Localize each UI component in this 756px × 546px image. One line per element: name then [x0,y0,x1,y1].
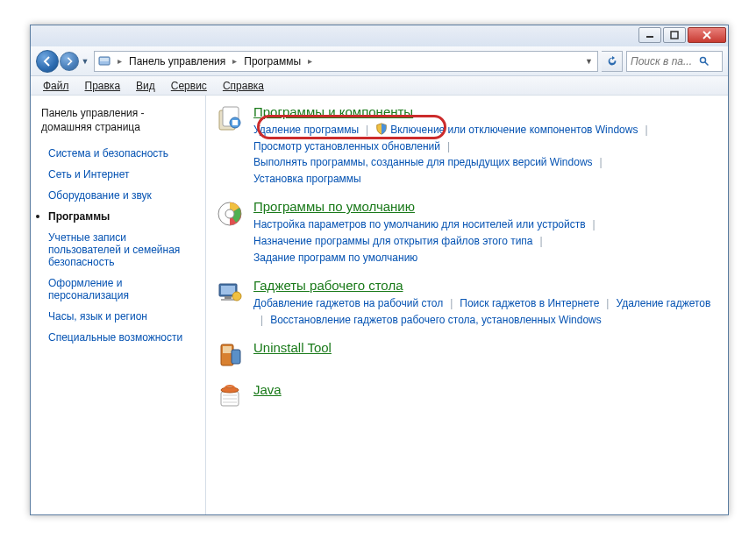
svg-rect-15 [221,286,235,294]
sidebar-link[interactable]: Система и безопасность [48,147,168,160]
back-button[interactable] [36,50,59,73]
address-bar[interactable]: ▸ Панель управления ▸ Программы ▸ ▼ [94,51,598,72]
category-icon [215,278,245,308]
menu-file[interactable]: Файл [36,78,76,94]
chevron-right-icon: ▸ [116,56,124,66]
menubar: Файл Правка Вид Сервис Справка [31,76,728,96]
task-link[interactable]: Настройка параметров по умолчанию для но… [253,216,586,233]
sidebar: Панель управления - домашняя страница Си… [31,96,206,514]
category-icon [215,104,245,134]
svg-point-23 [221,387,239,393]
divider: | [593,154,610,171]
category: Программы и компонентыУдаление программы… [215,104,714,187]
divider: | [359,122,375,138]
category: Java [215,382,714,412]
svg-point-6 [701,57,706,62]
address-dropdown[interactable]: ▼ [582,57,596,66]
sidebar-item[interactable]: Оформление и персонализация [41,273,195,306]
sidebar-item[interactable]: Программы [41,206,195,227]
nav-history-dropdown[interactable]: ▼ [80,57,90,66]
task-link[interactable]: Задание программ по умолчанию [253,250,417,266]
breadcrumb-current[interactable]: Программы [242,53,303,69]
svg-rect-21 [232,350,240,364]
category-links: Удаление программы|Включение или отключе… [253,122,714,187]
category-title[interactable]: Гаджеты рабочего стола [253,278,403,293]
sidebar-link[interactable]: Оформление и персонализация [48,277,129,301]
divider: | [253,312,270,329]
breadcrumb-root[interactable]: Панель управления [127,53,227,69]
task-link[interactable]: Добавление гаджетов на рабочий стол [253,295,443,312]
divider: | [586,216,603,233]
task-link[interactable]: Удаление гаджетов [616,295,710,312]
sidebar-link[interactable]: Учетные записи пользователей и семейная … [48,231,180,268]
menu-edit[interactable]: Правка [78,78,128,94]
category-links: Настройка параметров по умолчанию для но… [253,216,714,266]
category: Uninstall Tool [215,340,714,370]
search-input[interactable] [631,55,695,67]
category-links: Добавление гаджетов на рабочий стол|Поис… [253,295,714,328]
content: Программы и компонентыУдаление программы… [206,96,728,514]
task-link[interactable]: Установка программы [253,171,361,188]
category-icon [215,382,245,412]
search-icon [699,56,710,67]
sidebar-item[interactable]: Учетные записи пользователей и семейная … [41,227,195,273]
task-link[interactable]: Поиск гаджетов в Интернете [460,295,599,312]
sidebar-item[interactable]: Специальные возможности [41,327,195,348]
sidebar-item[interactable]: Сеть и Интернет [41,164,195,185]
svg-rect-16 [225,296,232,299]
navbar: ▼ ▸ Панель управления ▸ Программы ▸ ▼ [31,46,728,76]
divider: | [599,295,616,312]
sidebar-link[interactable]: Специальные возможности [48,331,182,344]
sidebar-link[interactable]: Часы, язык и регион [48,310,147,323]
task-link[interactable]: Назначение программы для открытия файлов… [253,233,533,250]
control-panel-icon [96,54,112,68]
sidebar-home[interactable]: Панель управления - домашняя страница [41,106,195,134]
divider: | [440,138,457,155]
sidebar-list: Система и безопасностьСеть и ИнтернетОбо… [41,143,195,348]
sidebar-item[interactable]: Часы, язык и регион [41,306,195,327]
category-icon [215,199,245,229]
divider: | [638,122,654,138]
close-button[interactable] [688,27,726,43]
task-link[interactable]: Просмотр установленных обновлений [253,138,440,155]
menu-help[interactable]: Справка [216,78,271,94]
nav-buttons: ▼ [36,50,90,73]
category-title[interactable]: Java [253,382,282,397]
category: Программы по умолчаниюНастройка параметр… [215,199,714,266]
svg-point-18 [232,292,241,301]
category-title[interactable]: Uninstall Tool [253,340,332,355]
task-link[interactable]: Включение или отключение компонентов Win… [375,122,638,138]
task-link[interactable]: Удаление программы [253,122,359,138]
category: Гаджеты рабочего столаДобавление гаджето… [215,278,714,328]
divider: | [533,233,550,250]
forward-button[interactable] [60,52,79,71]
refresh-button[interactable] [602,51,623,72]
divider: | [443,295,460,312]
sidebar-link[interactable]: Сеть и Интернет [48,168,129,181]
menu-view[interactable]: Вид [129,78,162,94]
task-link[interactable]: Выполнять программы, созданные для преды… [253,154,593,171]
svg-rect-11 [232,120,238,125]
category-title[interactable]: Программы и компоненты [253,104,413,119]
svg-rect-20 [223,346,232,353]
svg-rect-5 [100,58,109,61]
window: ▼ ▸ Панель управления ▸ Программы ▸ ▼ Фа… [30,25,729,515]
svg-point-13 [225,209,234,218]
sidebar-item[interactable]: Система и безопасность [41,143,195,164]
task-link[interactable]: Восстановление гаджетов рабочего стола, … [270,312,602,329]
minimize-button[interactable] [638,27,661,43]
svg-line-7 [705,61,709,65]
sidebar-link[interactable]: Оборудование и звук [48,189,152,202]
svg-rect-1 [671,32,678,39]
chevron-right-icon: ▸ [231,56,239,66]
category-icon [215,340,245,370]
menu-tools[interactable]: Сервис [164,78,214,94]
sidebar-item[interactable]: Оборудование и звук [41,185,195,206]
maximize-button[interactable] [663,27,686,43]
chevron-right-icon: ▸ [306,56,314,66]
search-box[interactable] [626,51,723,72]
category-title[interactable]: Программы по умолчанию [253,199,415,214]
titlebar [31,25,728,46]
